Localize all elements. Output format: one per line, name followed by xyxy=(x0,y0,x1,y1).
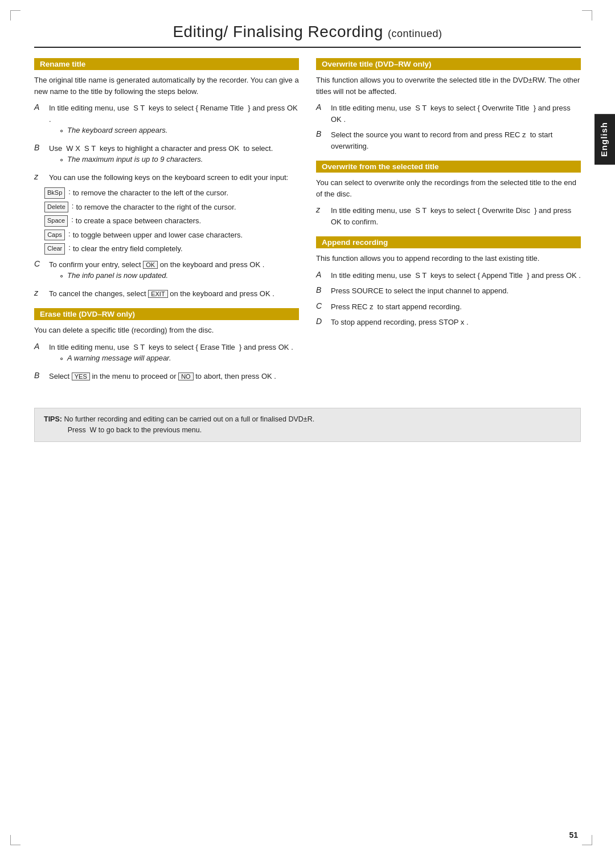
right-column: Overwrite title (DVD–RW only) This funct… xyxy=(316,58,581,391)
key-table: BkSp : to remove the character to the le… xyxy=(44,187,299,255)
key-delete-desc: to remove the character to the right of … xyxy=(76,202,236,213)
tips-text: No further recording and editing can be … xyxy=(64,415,314,423)
append-recording-intro: This function allows you to append recor… xyxy=(316,253,581,264)
rename-title-section: Rename title The original title name is … xyxy=(34,58,299,299)
tips-text2: Press W to go back to the previous menu. xyxy=(44,426,202,434)
erase-step-b-content: Select YES in the menu to proceed or NO … xyxy=(49,371,299,382)
corner-mark-tr xyxy=(582,10,592,21)
ok-btn: OK xyxy=(143,261,158,269)
tips-box: TIPS: No further recording and editing c… xyxy=(34,408,581,442)
step-z2-label: z xyxy=(34,288,47,297)
corner-mark-br xyxy=(582,835,592,845)
append-step-a-label: A xyxy=(316,270,329,279)
step-c-content: To confirm your entry, select OK on the … xyxy=(49,259,299,284)
continued-label: (continued) xyxy=(388,28,442,39)
step-c-sub: ∘ The info panel is now updated. xyxy=(59,270,299,281)
erase-step-a-sub-text: A warning message will appear. xyxy=(67,353,171,364)
corner-mark-tl xyxy=(10,10,20,21)
key-delete: Delete xyxy=(44,202,68,213)
step-z-label: z xyxy=(34,172,47,181)
key-clear: Clear xyxy=(44,243,65,255)
overwrite-selected-step-z: z In title editing menu, use S T keys to… xyxy=(316,205,581,227)
rename-title-header: Rename title xyxy=(34,58,299,70)
key-clear-desc: to clear the entry field completely. xyxy=(73,243,183,255)
append-step-a-content: In title editing menu, use S T keys to s… xyxy=(331,270,581,281)
step-b-content: Use W X S T keys to highlight a characte… xyxy=(49,143,299,167)
step-c-rename: C To confirm your entry, select OK on th… xyxy=(34,259,299,284)
corner-mark-bl xyxy=(10,835,20,845)
erase-step-a-content: In title editing menu, use S T keys to s… xyxy=(49,342,299,366)
overwrite-step-b: B Select the source you want to record f… xyxy=(316,129,581,152)
columns: Rename title The original title name is … xyxy=(34,58,581,391)
left-column: Rename title The original title name is … xyxy=(34,58,299,391)
page-number: 51 xyxy=(569,830,578,840)
step-b-rename: B Use W X S T keys to highlight a charac… xyxy=(34,143,299,167)
key-row-clear: Clear : to clear the entry field complet… xyxy=(44,243,299,255)
yes-btn: YES xyxy=(72,372,90,380)
overwrite-selected-step-z-content: In title editing menu, use S T keys to s… xyxy=(331,205,581,227)
overwrite-step-a: A In title editing menu, use S T keys to… xyxy=(316,103,581,125)
page: English Editing/ Finalising Recording (c… xyxy=(0,0,615,868)
append-step-c: C Press REC z to start append recording. xyxy=(316,301,581,313)
step-z-rename: z You can use the following keys on the … xyxy=(34,172,299,183)
step-c-sub-text: The info panel is now updated. xyxy=(67,270,168,281)
overwrite-selected-header: Overwrite from the selected title xyxy=(316,161,581,173)
step-b-sub: ∘ The maximum input is up to 9 character… xyxy=(59,154,299,165)
overwrite-step-b-label: B xyxy=(316,129,329,138)
append-step-d-label: D xyxy=(316,317,329,326)
key-row-space: Space : to create a space between charac… xyxy=(44,215,299,227)
key-bksp-desc: to remove the character to the left of t… xyxy=(73,187,228,199)
overwrite-step-a-content: In title editing menu, use S T keys to s… xyxy=(331,103,581,125)
key-row-bksp: BkSp : to remove the character to the le… xyxy=(44,187,299,199)
append-step-b-label: B xyxy=(316,285,329,294)
step-z2-rename: z To cancel the changes, select EXIT on … xyxy=(34,288,299,300)
overwrite-selected-step-z-label: z xyxy=(316,205,329,214)
append-step-b: B Press SOURCE to select the input chann… xyxy=(316,285,581,297)
key-row-caps: Caps : to toggle between upper and lower… xyxy=(44,230,299,241)
append-step-b-content: Press SOURCE to select the input channel… xyxy=(331,285,581,297)
step-a-content: In title editing menu, use S T keys to s… xyxy=(49,103,299,138)
key-row-delete: Delete : to remove the character to the … xyxy=(44,202,299,213)
overwrite-step-b-content: Select the source you want to record fro… xyxy=(331,129,581,152)
overwrite-selected-intro: You can select to overwrite only the rec… xyxy=(316,177,581,199)
no-btn: NO xyxy=(178,372,194,380)
key-caps: Caps xyxy=(44,230,65,241)
tips-label: TIPS: xyxy=(44,415,62,423)
step-a-sub: ∘ The keyboard screen appears. xyxy=(59,125,299,136)
key-caps-desc: to toggle between upper and lower case c… xyxy=(73,230,243,241)
rename-title-intro: The original title name is generated aut… xyxy=(34,75,299,97)
erase-title-section: Erase title (DVD–RW only) You can delete… xyxy=(34,308,299,382)
erase-title-header: Erase title (DVD–RW only) xyxy=(34,308,299,320)
step-z-content: You can use the following keys on the ke… xyxy=(49,172,299,183)
append-recording-section: Append recording This function allows yo… xyxy=(316,236,581,328)
overwrite-title-intro: This function allows you to overwrite th… xyxy=(316,75,581,97)
erase-title-intro: You can delete a specific title (recordi… xyxy=(34,325,299,336)
append-step-d-content: To stop append recording, press STOP x . xyxy=(331,317,581,328)
erase-step-b-label: B xyxy=(34,371,47,380)
step-b-sub-text: The maximum input is up to 9 characters. xyxy=(67,154,203,165)
append-step-c-label: C xyxy=(316,301,329,310)
erase-step-a-label: A xyxy=(34,342,47,351)
append-step-d: D To stop append recording, press STOP x… xyxy=(316,317,581,328)
erase-step-a-sub: ∘ A warning message will appear. xyxy=(59,353,299,364)
append-recording-header: Append recording xyxy=(316,236,581,248)
overwrite-title-header: Overwrite title (DVD–RW only) xyxy=(316,58,581,70)
key-space-desc: to create a space between characters. xyxy=(76,215,201,227)
step-c-label: C xyxy=(34,259,47,268)
step-a-rename: A In title editing menu, use S T keys to… xyxy=(34,103,299,138)
sidebar-label: English xyxy=(594,114,615,165)
main-title: Editing/ Finalising Recording (continued… xyxy=(34,23,581,48)
overwrite-title-section: Overwrite title (DVD–RW only) This funct… xyxy=(316,58,581,152)
step-a-label: A xyxy=(34,103,47,112)
step-z2-content: To cancel the changes, select EXIT on th… xyxy=(49,288,299,300)
append-step-a: A In title editing menu, use S T keys to… xyxy=(316,270,581,281)
append-step-c-content: Press REC z to start append recording. xyxy=(331,301,581,313)
erase-step-b: B Select YES in the menu to proceed or N… xyxy=(34,371,299,382)
key-space: Space xyxy=(44,215,68,227)
step-a-sub-text: The keyboard screen appears. xyxy=(67,125,167,136)
exit-btn: EXIT xyxy=(148,290,167,298)
overwrite-step-a-label: A xyxy=(316,103,329,112)
overwrite-selected-section: Overwrite from the selected title You ca… xyxy=(316,161,581,227)
step-b-label: B xyxy=(34,143,47,152)
erase-step-a: A In title editing menu, use S T keys to… xyxy=(34,342,299,366)
